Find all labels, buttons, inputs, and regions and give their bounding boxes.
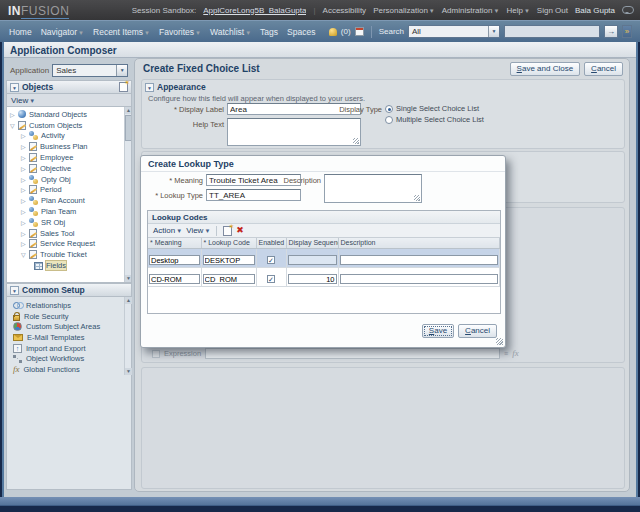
tree-item-sales-tool[interactable]: ▷Sales Tool xyxy=(7,228,124,239)
edit-icon[interactable]: ≡ xyxy=(504,350,508,357)
col-enabled[interactable]: Enabled xyxy=(256,238,286,248)
expand-icon[interactable]: ▷ xyxy=(21,208,29,215)
objects-panel-header[interactable]: ▼ Objects xyxy=(6,80,132,94)
expand-icon[interactable]: ▷ xyxy=(21,143,29,150)
col-display-sequence[interactable]: Display Sequence xyxy=(286,238,338,248)
display-sequence-cell-input[interactable] xyxy=(288,255,337,265)
cancel-button[interactable]: Cancel xyxy=(458,324,497,338)
dialog-resize-handle-icon[interactable] xyxy=(496,338,503,345)
description-cell-input[interactable] xyxy=(340,274,499,284)
new-row-icon[interactable] xyxy=(223,226,232,236)
appearance-section-header[interactable]: ▼ Appearance xyxy=(142,80,624,94)
view-menu[interactable]: View▼ xyxy=(11,96,35,105)
display-sequence-cell-input[interactable] xyxy=(288,274,337,284)
enabled-checkbox[interactable]: ✓ xyxy=(267,256,275,264)
nav-navigator[interactable]: Navigator▼ xyxy=(41,27,84,37)
table-row[interactable]: ✓ xyxy=(148,248,500,267)
lookup-type-input[interactable] xyxy=(206,189,301,201)
tree-scrollbar[interactable]: ▲▼ xyxy=(124,107,131,282)
tree-item-objective[interactable]: ▷Objective xyxy=(7,163,124,174)
expand-icon[interactable]: ▷ xyxy=(21,219,29,226)
collapse-icon[interactable]: ▼ xyxy=(145,83,154,92)
scroll-up-icon[interactable]: ▲ xyxy=(125,297,132,304)
collapse-icon[interactable]: ▼ xyxy=(10,286,19,295)
collapse-icon[interactable]: ▽ xyxy=(10,122,18,129)
tree-item-opty-obj[interactable]: ▷Opty Obj xyxy=(7,174,124,185)
common-setup-relationships[interactable]: Relationships xyxy=(7,300,124,311)
expand-icon[interactable]: ▷ xyxy=(21,186,29,193)
nav-watchlist[interactable]: Watchlist▼ xyxy=(210,27,251,37)
nav-favorites[interactable]: Favorites▼ xyxy=(159,27,201,37)
enabled-checkbox[interactable]: ✓ xyxy=(267,275,275,283)
save-button[interactable]: Save xyxy=(422,324,454,338)
tree-item-activity[interactable]: ▷Activity xyxy=(7,131,124,142)
radio-multiple-select[interactable]: Multiple Select Choice List xyxy=(385,115,484,124)
help-menu[interactable]: Help▼ xyxy=(506,6,529,15)
tree-item-plan-account[interactable]: ▷Plan Account xyxy=(7,195,124,206)
nav-tags[interactable]: Tags xyxy=(260,27,278,37)
search-go-button[interactable]: → xyxy=(604,25,618,38)
advanced-search-icon[interactable]: » xyxy=(622,25,632,38)
expand-icon[interactable]: ▷ xyxy=(21,176,29,183)
scroll-up-icon[interactable]: ▲ xyxy=(125,107,132,114)
help-text-textarea[interactable] xyxy=(227,118,361,146)
expand-icon[interactable]: ▷ xyxy=(10,111,18,118)
expand-icon[interactable]: ▷ xyxy=(21,154,29,161)
session-sandbox-link[interactable]: ApplCoreLong5B_BalaGupta xyxy=(203,6,306,15)
tree-item-custom-objects[interactable]: ▽Custom Objects xyxy=(7,120,124,131)
tree-item-fields[interactable]: Fields xyxy=(7,260,124,271)
tree-item-business-plan[interactable]: ▷Business Plan xyxy=(7,141,124,152)
tree-item-sr-obj[interactable]: ▷SR Obj xyxy=(7,217,124,228)
scroll-thumb[interactable] xyxy=(125,115,132,141)
accessibility-link[interactable]: Accessibility xyxy=(323,6,367,15)
notifications-bell-icon[interactable] xyxy=(329,28,337,36)
tree-item-standard-objects[interactable]: ▷Standard Objects xyxy=(7,109,124,120)
scroll-down-icon[interactable]: ▼ xyxy=(125,368,132,375)
tree-item-period[interactable]: ▷Period xyxy=(7,185,124,196)
tree-item-plan-team[interactable]: ▷Plan Team xyxy=(7,206,124,217)
function-icon[interactable] xyxy=(512,349,519,358)
nav-home[interactable]: Home xyxy=(9,27,32,37)
view-menu[interactable]: View▼ xyxy=(186,226,210,235)
lookup-code-cell-input[interactable] xyxy=(203,274,255,284)
application-select[interactable]: Sales ▼ xyxy=(52,64,128,77)
nav-spaces[interactable]: Spaces xyxy=(287,27,315,37)
resize-handle-icon[interactable] xyxy=(414,195,420,201)
collapse-icon[interactable]: ▼ xyxy=(10,83,19,92)
expand-icon[interactable]: ▷ xyxy=(21,230,29,237)
common-setup-import-export[interactable]: Import and Export xyxy=(7,343,124,354)
chevron-down-icon[interactable]: ▼ xyxy=(116,65,127,76)
expand-icon[interactable]: ▷ xyxy=(21,240,29,247)
calendar-icon[interactable] xyxy=(355,27,364,36)
collapse-icon[interactable]: ▽ xyxy=(21,251,29,258)
common-setup-role-security[interactable]: Role Security xyxy=(7,311,124,322)
chat-bubble-icon[interactable] xyxy=(622,6,634,14)
administration-menu[interactable]: Administration▼ xyxy=(442,6,500,15)
new-object-icon[interactable] xyxy=(119,82,128,92)
action-menu[interactable]: Action▼ xyxy=(153,226,182,235)
save-and-close-button[interactable]: Save and Close xyxy=(510,62,581,76)
description-textarea[interactable] xyxy=(324,174,422,203)
resize-handle-icon[interactable] xyxy=(353,138,359,144)
meaning-cell-input[interactable] xyxy=(149,255,200,265)
common-setup-scrollbar[interactable]: ▲▼ xyxy=(124,297,131,375)
search-scope-select[interactable]: All ▼ xyxy=(408,25,500,38)
common-setup-custom-subject-areas[interactable]: Custom Subject Areas xyxy=(7,321,124,332)
search-input[interactable] xyxy=(504,25,600,38)
radio-unselected-icon[interactable] xyxy=(385,116,393,124)
common-setup-panel-header[interactable]: ▼ Common Setup xyxy=(6,283,132,297)
description-cell-input[interactable] xyxy=(340,255,499,265)
common-setup-global-functions[interactable]: Global Functions xyxy=(7,364,124,375)
col-lookup-code[interactable]: * Lookup Code xyxy=(201,238,256,248)
tree-item-employee[interactable]: ▷Employee xyxy=(7,152,124,163)
radio-selected-icon[interactable] xyxy=(385,105,393,113)
col-meaning[interactable]: * Meaning xyxy=(148,238,201,248)
table-row[interactable]: ✓ xyxy=(148,267,500,286)
scroll-down-icon[interactable]: ▼ xyxy=(125,275,132,282)
sign-out-link[interactable]: Sign Out xyxy=(537,6,568,15)
common-setup-object-workflows[interactable]: Object Workflows xyxy=(7,353,124,364)
lookup-code-cell-input[interactable] xyxy=(203,255,255,265)
radio-single-select[interactable]: Single Select Choice List xyxy=(385,104,479,113)
col-description[interactable]: Description xyxy=(338,238,500,248)
nav-recent-items[interactable]: Recent Items▼ xyxy=(93,27,150,37)
